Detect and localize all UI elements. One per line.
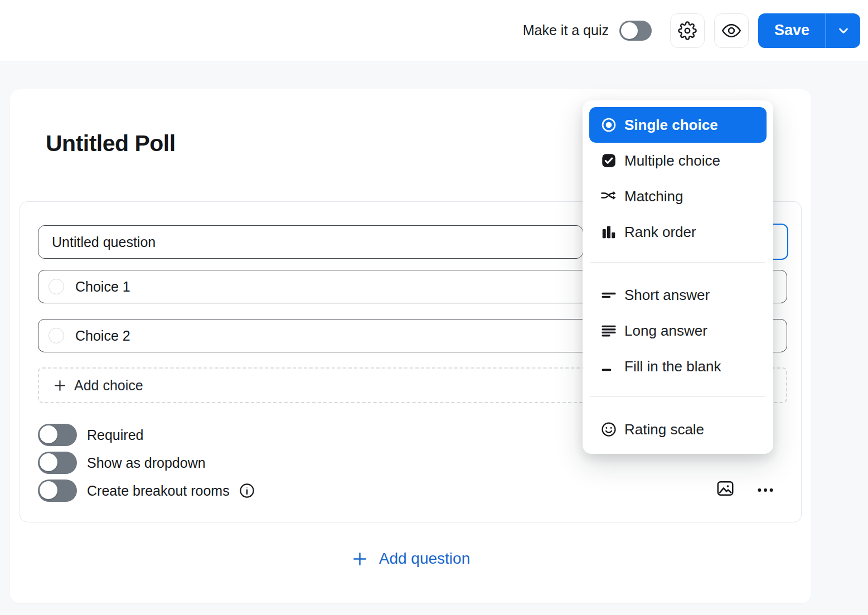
bar-chart-icon [600, 224, 617, 240]
choice-text: Choice 1 [75, 279, 130, 295]
toggle-knob [40, 481, 57, 499]
more-options-button[interactable] [755, 480, 776, 501]
add-question-button[interactable]: Add question [10, 550, 811, 568]
radio-circle-icon [49, 328, 64, 343]
menu-item-label: Short answer [624, 287, 710, 304]
poll-title[interactable]: Untitled Poll [46, 130, 176, 157]
radio-circle-icon [49, 279, 64, 294]
show-as-dropdown-label: Show as dropdown [87, 455, 206, 471]
info-icon[interactable] [239, 482, 255, 499]
underscore-icon [600, 358, 617, 375]
option-row-required: Required [38, 424, 143, 446]
menu-item-label: Long answer [624, 322, 707, 340]
menu-divider [590, 396, 765, 397]
shuffle-icon [600, 188, 617, 205]
poll-editor-screen: Make it a quiz Save [0, 0, 868, 615]
menu-item-label: Multiple choice [624, 152, 720, 170]
add-question-label: Add question [379, 550, 470, 568]
menu-item-label: Matching [624, 188, 683, 205]
menu-item-label: Rating scale [624, 421, 704, 438]
long-lines-icon [600, 322, 617, 339]
header-toolbar: Make it a quiz Save [0, 0, 868, 61]
question-title-input[interactable] [38, 225, 583, 259]
menu-item-rank-order[interactable]: Rank order [589, 214, 767, 250]
save-dropdown-button[interactable] [826, 13, 860, 48]
create-breakout-rooms-toggle[interactable] [38, 480, 77, 502]
image-icon [715, 478, 735, 498]
add-image-button[interactable] [715, 478, 736, 499]
question-type-menu: Single choice Multiple choice [583, 100, 773, 454]
save-split-button: Save [758, 13, 860, 48]
eye-icon [721, 21, 741, 41]
make-it-a-quiz-toggle[interactable] [619, 21, 652, 41]
menu-item-long-answer[interactable]: Long answer [589, 313, 767, 348]
gear-icon [678, 21, 697, 40]
menu-item-short-answer[interactable]: Short answer [589, 277, 767, 313]
menu-item-multiple-choice[interactable]: Multiple choice [589, 143, 767, 178]
editor-canvas: Untitled Poll Choice 1 Choice 2 [0, 61, 868, 615]
show-as-dropdown-toggle[interactable] [38, 452, 77, 474]
choice-text: Choice 2 [75, 328, 130, 344]
add-choice-label: Add choice [74, 377, 143, 394]
menu-item-matching[interactable]: Matching [589, 178, 767, 214]
menu-item-rating-scale[interactable]: Rating scale [589, 411, 767, 447]
required-label: Required [87, 427, 143, 443]
toggle-knob [621, 22, 638, 39]
menu-item-label: Fill in the blank [624, 358, 721, 375]
menu-divider [590, 262, 765, 263]
option-row-breakout-rooms: Create breakout rooms [38, 480, 255, 502]
ellipsis-icon [756, 481, 775, 500]
menu-item-label: Single choice [624, 117, 718, 134]
smiley-icon [600, 421, 617, 438]
settings-button[interactable] [670, 13, 705, 48]
save-button[interactable]: Save [758, 13, 826, 48]
plus-icon [52, 378, 67, 393]
option-row-show-as-dropdown: Show as dropdown [38, 452, 206, 474]
menu-item-fill-in-the-blank[interactable]: Fill in the blank [589, 348, 767, 384]
preview-button[interactable] [714, 13, 749, 48]
create-breakout-rooms-label: Create breakout rooms [87, 483, 230, 499]
checkbox-icon [600, 152, 617, 169]
short-lines-icon [600, 287, 617, 303]
toggle-knob [40, 425, 57, 443]
chevron-down-icon [836, 23, 851, 38]
radio-icon [600, 117, 617, 133]
make-it-a-quiz-label: Make it a quiz [523, 22, 609, 38]
menu-item-label: Rank order [624, 224, 696, 241]
plus-icon [351, 550, 368, 568]
required-toggle[interactable] [38, 424, 77, 446]
toggle-knob [40, 453, 57, 471]
menu-item-single-choice[interactable]: Single choice [589, 107, 767, 143]
